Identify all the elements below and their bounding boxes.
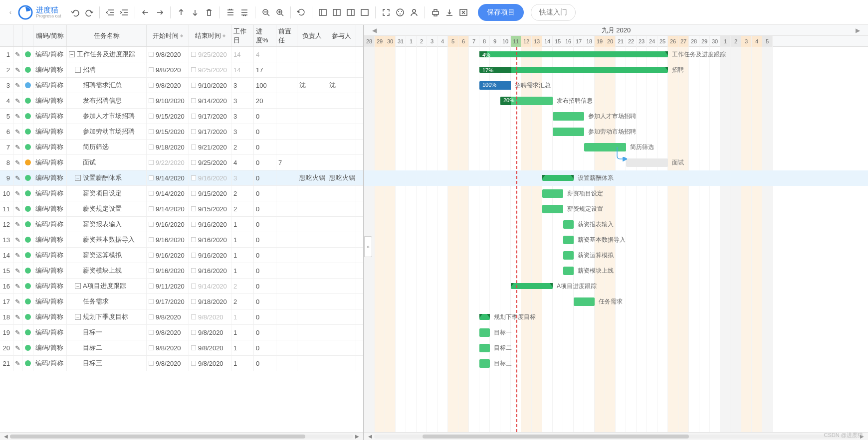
gantt-bar[interactable] xyxy=(511,283,553,289)
gantt-row[interactable]: 任务需求 xyxy=(364,294,868,309)
cell-progress[interactable]: 0 xyxy=(254,309,276,324)
cell-start[interactable]: 9/14/2020 xyxy=(147,201,189,216)
cell-pred[interactable] xyxy=(276,78,297,93)
cell-start[interactable]: 9/8/2020 xyxy=(147,309,189,324)
cell-name[interactable]: −工作任务及进度跟踪 xyxy=(67,47,147,62)
gantt-row[interactable]: 目标三 xyxy=(364,356,868,371)
cell-part[interactable] xyxy=(327,93,356,108)
date-checkbox[interactable] xyxy=(191,330,196,335)
cell-part[interactable] xyxy=(327,263,356,278)
gantt-row[interactable]: 规划下季度目标 xyxy=(364,309,868,325)
cell-owner[interactable]: 沈 xyxy=(297,78,327,93)
cell-pred[interactable] xyxy=(276,340,297,355)
col-part[interactable]: 参与人 xyxy=(327,25,356,46)
grid-hscroll[interactable]: ◀▶ xyxy=(0,432,363,440)
cell-part[interactable] xyxy=(327,217,356,232)
cell-name[interactable]: 参加人才市场招聘 xyxy=(67,109,147,124)
gantt-bar[interactable] xyxy=(542,175,574,181)
cell-days[interactable]: 3 xyxy=(231,78,254,93)
cell-start[interactable]: 9/17/2020 xyxy=(147,294,189,309)
cell-start[interactable]: 9/8/2020 xyxy=(147,356,189,371)
cell-progress[interactable]: 0 xyxy=(254,279,276,293)
cell-end[interactable]: 9/25/2020 xyxy=(189,47,231,62)
date-checkbox[interactable] xyxy=(149,314,154,319)
view-2-icon[interactable] xyxy=(330,6,343,19)
date-checkbox[interactable] xyxy=(191,191,196,196)
cell-pred[interactable] xyxy=(276,309,297,324)
cell-name[interactable]: −A项目进度跟踪 xyxy=(67,279,147,293)
cell-owner[interactable] xyxy=(297,186,327,201)
date-checkbox[interactable] xyxy=(149,345,154,350)
table-row[interactable]: 18✎编码/简称−规划下季度目标9/8/20209/8/202010 xyxy=(0,309,363,325)
cell-code[interactable]: 编码/简称 xyxy=(33,248,67,263)
cell-part[interactable] xyxy=(327,340,356,355)
cell-pred[interactable] xyxy=(276,109,297,124)
gantt-day[interactable]: 26 xyxy=(668,36,678,47)
cell-code[interactable]: 编码/简称 xyxy=(33,47,67,62)
cell-part[interactable] xyxy=(327,279,356,293)
cell-code[interactable]: 编码/简称 xyxy=(33,109,67,124)
cell-name[interactable]: 薪资运算模拟 xyxy=(67,248,147,263)
date-checkbox[interactable] xyxy=(191,284,196,289)
palette-icon[interactable] xyxy=(394,6,407,19)
gantt-day[interactable]: 23 xyxy=(637,36,647,47)
cell-part[interactable] xyxy=(327,62,356,77)
table-row[interactable]: 5✎编码/简称参加人才市场招聘9/15/20209/17/202030 xyxy=(0,109,363,124)
cell-owner[interactable] xyxy=(297,325,327,340)
cell-progress[interactable]: 0 xyxy=(254,294,276,309)
gantt-row[interactable]: 薪资基本数据导入 xyxy=(364,232,868,248)
cell-end[interactable]: 9/16/2020 xyxy=(189,263,231,278)
cell-end[interactable]: 9/21/2020 xyxy=(189,140,231,154)
cell-part[interactable] xyxy=(327,155,356,170)
cell-pred[interactable] xyxy=(276,186,297,201)
move-up-icon[interactable] xyxy=(175,6,188,19)
gantt-day[interactable]: 19 xyxy=(595,36,605,47)
indent-icon[interactable] xyxy=(118,6,131,19)
export-icon[interactable] xyxy=(443,6,456,19)
cell-owner[interactable] xyxy=(297,62,327,77)
table-row[interactable]: 6✎编码/简称参加劳动市场招聘9/15/20209/17/202030 xyxy=(0,124,363,140)
gantt-day[interactable]: 29 xyxy=(375,36,385,47)
date-checkbox[interactable] xyxy=(149,237,154,242)
table-row[interactable]: 16✎编码/简称−A项目进度跟踪9/11/20209/14/202020 xyxy=(0,279,363,294)
cell-name[interactable]: 薪资报表输入 xyxy=(67,217,147,232)
cell-end[interactable]: 9/25/2020 xyxy=(189,155,231,170)
cell-days[interactable]: 14 xyxy=(231,47,254,62)
cell-days[interactable]: 3 xyxy=(231,109,254,124)
cell-end[interactable]: 9/14/2020 xyxy=(189,279,231,293)
cell-part[interactable] xyxy=(327,186,356,201)
date-checkbox[interactable] xyxy=(191,268,196,273)
undo-icon[interactable] xyxy=(68,6,81,19)
cell-progress[interactable]: 0 xyxy=(254,232,276,247)
col-name[interactable]: 任务名称 xyxy=(67,25,147,46)
cell-owner[interactable]: 想吃火锅 xyxy=(297,170,327,185)
cell-progress[interactable]: 0 xyxy=(254,186,276,201)
cell-end[interactable]: 9/8/2020 xyxy=(189,356,231,371)
cell-part[interactable] xyxy=(327,232,356,247)
gantt-day[interactable]: 12 xyxy=(521,36,532,47)
gantt-day[interactable]: 2 xyxy=(417,36,427,47)
col-pred[interactable]: 前置任 xyxy=(276,25,297,46)
move-down-icon[interactable] xyxy=(189,6,202,19)
gantt-row[interactable]: 20%发布招聘信息 xyxy=(364,93,868,109)
gantt-row[interactable]: 100%招聘需求汇总 xyxy=(364,78,868,93)
cell-start[interactable]: 9/10/2020 xyxy=(147,93,189,108)
date-checkbox[interactable] xyxy=(191,98,196,103)
cell-start[interactable]: 9/14/2020 xyxy=(147,170,189,185)
gantt-bar[interactable] xyxy=(563,267,574,275)
cell-name[interactable]: 薪资规定设置 xyxy=(67,201,147,216)
cell-pred[interactable] xyxy=(276,248,297,263)
cell-days[interactable]: 2 xyxy=(231,294,254,309)
user-icon[interactable] xyxy=(408,6,421,19)
cell-days[interactable]: 1 xyxy=(231,248,254,263)
date-checkbox[interactable] xyxy=(149,299,154,304)
cell-end[interactable]: 9/8/2020 xyxy=(189,340,231,355)
date-checkbox[interactable] xyxy=(191,52,196,57)
gantt-bar[interactable]: 17% xyxy=(479,67,668,73)
cell-end[interactable]: 9/10/2020 xyxy=(189,78,231,93)
cell-code[interactable]: 编码/简称 xyxy=(33,140,67,154)
col-owner[interactable]: 负责人 xyxy=(297,25,327,46)
gantt-day[interactable]: 16 xyxy=(563,36,574,47)
nav-back-icon[interactable]: ‹ xyxy=(5,2,16,22)
date-checkbox[interactable] xyxy=(149,284,154,289)
